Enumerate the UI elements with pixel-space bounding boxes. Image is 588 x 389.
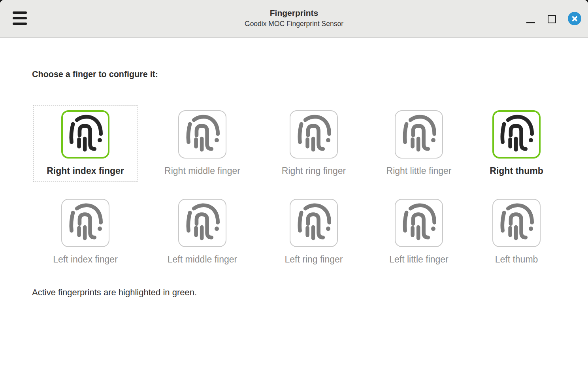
fingerprint-icon <box>397 112 441 157</box>
fingerprint-tile <box>178 199 226 247</box>
main-content: Choose a finger to configure it: Right i… <box>0 38 588 389</box>
minimize-button[interactable] <box>526 22 535 23</box>
finger-button-left-thumb[interactable]: Left thumb <box>464 194 569 270</box>
fingerprint-icon <box>292 112 336 157</box>
fingerprint-icon <box>63 201 107 245</box>
finger-button-right-index[interactable]: Right index finger <box>33 105 138 182</box>
finger-label: Right little finger <box>386 165 452 177</box>
finger-label: Left middle finger <box>168 253 237 265</box>
title-block: Fingerprints Goodix MOC Fingerprint Sens… <box>0 8 588 28</box>
fingerprint-tile <box>492 199 541 247</box>
finger-button-right-little[interactable]: Right little finger <box>367 105 471 182</box>
page-heading: Choose a finger to configure it: <box>32 68 158 80</box>
fingerprint-tile <box>395 199 443 247</box>
finger-label: Left thumb <box>495 253 538 265</box>
fingerprint-tile <box>178 110 226 159</box>
fingerprint-icon <box>494 201 539 245</box>
titlebar: Fingerprints Goodix MOC Fingerprint Sens… <box>0 0 588 38</box>
finger-label: Right ring finger <box>282 165 346 177</box>
finger-label: Right index finger <box>47 165 124 177</box>
close-button[interactable] <box>568 12 581 25</box>
finger-button-left-ring[interactable]: Left ring finger <box>262 194 366 270</box>
fingerprint-tile <box>290 110 338 159</box>
window-title: Fingerprints <box>0 8 588 18</box>
fingerprint-tile <box>61 199 109 247</box>
fingerprint-icon <box>180 112 224 157</box>
fingerprint-tile <box>492 110 541 159</box>
fingerprint-tile <box>290 199 338 247</box>
fingerprint-tile <box>395 110 443 159</box>
finger-label: Left index finger <box>53 253 118 265</box>
fingerprint-tile <box>61 110 109 159</box>
active-fingerprints-note: Active fingerprints are highlighted in g… <box>32 287 197 298</box>
window-subtitle: Goodix MOC Fingerprint Sensor <box>0 20 588 28</box>
fingerprint-icon <box>494 112 539 157</box>
finger-button-left-little[interactable]: Left little finger <box>367 194 471 270</box>
finger-button-right-middle[interactable]: Right middle finger <box>150 105 254 182</box>
finger-button-right-ring[interactable]: Right ring finger <box>262 105 366 182</box>
maximize-button[interactable] <box>548 15 556 23</box>
finger-label: Left ring finger <box>285 253 343 265</box>
fingerprint-icon <box>292 201 336 245</box>
finger-label: Left little finger <box>389 253 449 265</box>
fingerprints-window: Fingerprints Goodix MOC Fingerprint Sens… <box>0 0 588 389</box>
fingerprint-icon <box>63 112 107 157</box>
finger-button-left-index[interactable]: Left index finger <box>33 194 138 270</box>
finger-button-left-middle[interactable]: Left middle finger <box>150 194 254 270</box>
close-icon <box>571 15 578 22</box>
finger-label: Right middle finger <box>164 165 240 177</box>
fingerprint-icon <box>397 201 441 245</box>
finger-button-right-thumb[interactable]: Right thumb <box>464 105 569 182</box>
fingerprint-icon <box>180 201 224 245</box>
finger-label: Right thumb <box>490 165 543 177</box>
